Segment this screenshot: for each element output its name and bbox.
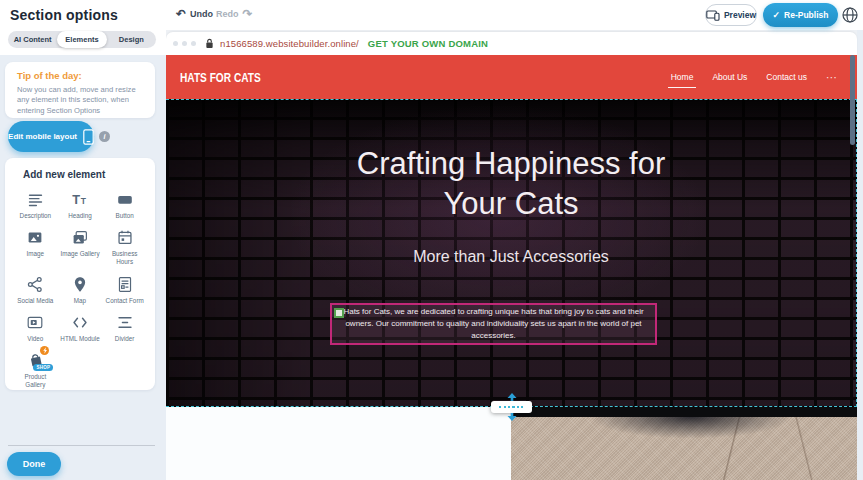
check-icon: ✓ xyxy=(773,10,781,20)
element-social-media[interactable]: Social Media xyxy=(13,275,58,305)
contact-form-icon xyxy=(115,275,135,294)
button-icon xyxy=(115,190,135,209)
redo-label: Redo xyxy=(216,9,239,19)
svg-text:T: T xyxy=(72,192,80,207)
business-hours-icon xyxy=(115,228,135,247)
site-header[interactable]: HATS FOR CATS Home About Us Contact us ⋯ xyxy=(166,55,857,99)
element-button[interactable]: Button xyxy=(102,190,147,220)
republish-label: Re-Publish xyxy=(784,10,828,20)
nav-item-contact[interactable]: Contact us xyxy=(766,72,807,82)
site-logo[interactable]: HATS FOR CATS xyxy=(180,70,261,85)
nav-item-home[interactable]: Home xyxy=(671,72,694,82)
page-title: Section options xyxy=(10,7,118,23)
site-nav: Home About Us Contact us ⋯ xyxy=(671,55,837,99)
redo-icon: ↷ xyxy=(243,9,253,19)
undo-button[interactable]: ↶ Undo xyxy=(176,9,213,19)
info-icon[interactable]: i xyxy=(99,131,110,142)
preview-label: Preview xyxy=(724,10,756,20)
element-description[interactable]: Description xyxy=(13,190,58,220)
image-gallery-icon xyxy=(70,228,90,247)
arrow-down-icon xyxy=(507,413,517,421)
tab-design[interactable]: Design xyxy=(107,31,156,48)
site-canvas: HATS FOR CATS Home About Us Contact us ⋯… xyxy=(166,55,857,480)
element-contact-form[interactable]: Contact Form xyxy=(102,275,147,305)
tip-of-the-day-card: Tip of the day: Now you can add, move an… xyxy=(5,62,155,118)
preview-button[interactable]: Preview xyxy=(705,4,757,26)
tab-elements[interactable]: Elements xyxy=(57,31,106,48)
promo-badge-icon xyxy=(40,346,49,355)
next-section-image xyxy=(511,407,857,480)
next-section-left xyxy=(166,407,511,480)
sidebar-divider xyxy=(8,445,155,446)
video-icon xyxy=(25,313,45,332)
window-control-dots xyxy=(173,41,196,46)
arrow-up-icon xyxy=(507,393,517,401)
element-grid: Description T T Heading xyxy=(13,190,147,389)
add-new-element-panel: Add new element Description T xyxy=(5,158,155,390)
element-product-gallery[interactable]: SHOP Product Gallery xyxy=(13,351,58,389)
undo-label: Undo xyxy=(190,9,213,19)
lock-icon xyxy=(205,38,214,49)
description-icon xyxy=(25,190,45,209)
hero-text-box-selected[interactable]: Hats for Cats, we are dedicated to craft… xyxy=(330,303,657,345)
add-element-title: Add new element xyxy=(23,169,147,180)
selection-handle[interactable] xyxy=(334,308,344,318)
republish-button[interactable]: ✓ Re-Publish xyxy=(763,3,838,27)
tip-heading: Tip of the day: xyxy=(17,70,143,81)
element-image-gallery[interactable]: Image Gallery xyxy=(58,228,103,266)
get-domain-link[interactable]: GET YOUR OWN DOMAIN xyxy=(368,38,488,49)
hero-heading[interactable]: Crafting Happiness for Your Cats xyxy=(336,144,686,225)
redo-button[interactable]: Redo ↷ xyxy=(216,9,253,19)
element-html-module[interactable]: HTML Module xyxy=(58,313,103,343)
drag-box[interactable] xyxy=(491,401,532,413)
map-icon xyxy=(70,275,90,294)
social-media-icon xyxy=(25,275,45,294)
element-map[interactable]: Map xyxy=(58,275,103,305)
element-heading[interactable]: T T Heading xyxy=(58,190,103,220)
undo-icon: ↶ xyxy=(176,9,186,19)
preview-scrollbar[interactable] xyxy=(850,55,855,145)
tip-body: Now you can add, move and resize any ele… xyxy=(17,85,143,116)
url-bar: n1566589.websitebuilder.online/ GET YOUR… xyxy=(166,32,857,55)
element-divider[interactable]: Divider xyxy=(102,313,147,343)
tab-ai-content[interactable]: AI Content xyxy=(8,31,57,48)
drag-dots-icon xyxy=(499,406,525,408)
heading-icon: T T xyxy=(70,190,90,209)
language-globe-icon[interactable] xyxy=(841,6,859,24)
element-video[interactable]: Video xyxy=(13,313,58,343)
carpet-photo xyxy=(511,417,857,480)
site-url[interactable]: n1566589.websitebuilder.online/ xyxy=(220,38,359,49)
site-preview-frame: n1566589.websitebuilder.online/ GET YOUR… xyxy=(166,30,857,480)
nav-item-about[interactable]: About Us xyxy=(712,72,747,82)
divider-icon xyxy=(115,313,135,332)
website-builder-app: Section options ↶ Undo Redo ↷ Preview ✓ … xyxy=(0,0,863,480)
top-toolbar: Section options ↶ Undo Redo ↷ Preview ✓ … xyxy=(0,0,863,30)
browser-chrome: n1566589.websitebuilder.online/ GET YOUR… xyxy=(166,30,857,55)
element-business-hours[interactable]: Business Hours xyxy=(102,228,147,266)
section-options-sidebar: Tip of the day: Now you can add, move an… xyxy=(0,55,166,480)
edit-mobile-label: Edit mobile layout xyxy=(8,132,77,141)
panel-tabs: AI Content Elements Design xyxy=(8,31,156,48)
shop-badge: SHOP xyxy=(33,364,53,371)
nav-more-icon[interactable]: ⋯ xyxy=(826,71,837,84)
image-icon xyxy=(25,228,45,247)
phone-icon xyxy=(83,129,94,145)
svg-text:T: T xyxy=(81,196,87,206)
section-resize-handle[interactable] xyxy=(491,393,532,421)
element-image[interactable]: Image xyxy=(13,228,58,266)
edit-mobile-layout-button[interactable]: Edit mobile layout xyxy=(8,121,94,152)
html-module-icon xyxy=(70,313,90,332)
product-gallery-icon: SHOP xyxy=(25,351,45,370)
hero-paragraph[interactable]: Hats for Cats, we are dedicated to craft… xyxy=(336,306,651,342)
hero-subheading[interactable]: More than Just Accessories xyxy=(166,248,856,266)
done-button[interactable]: Done xyxy=(7,452,61,476)
hero-section[interactable]: Crafting Happiness for Your Cats More th… xyxy=(166,99,857,407)
sidebar-tab-bar: AI Content Elements Design xyxy=(0,30,166,55)
devices-icon xyxy=(706,10,720,21)
